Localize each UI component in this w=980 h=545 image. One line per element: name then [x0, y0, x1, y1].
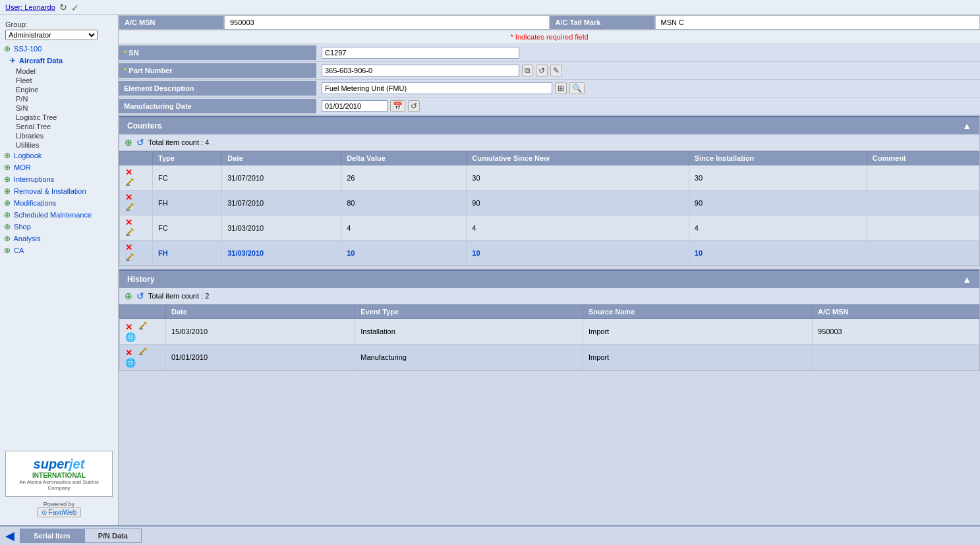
group-section: Group: Administrator	[0, 18, 118, 43]
counters-total: Total item count : 4	[148, 138, 209, 146]
nav-engine[interactable]: Engine	[0, 85, 118, 94]
nav-sn[interactable]: S/N	[0, 103, 118, 113]
part-number-input[interactable]	[322, 65, 519, 76]
user-link[interactable]: User: Leonardo	[5, 3, 55, 11]
modifications-label[interactable]: Modifications	[14, 199, 56, 207]
checkmark-icon: ✓	[71, 3, 79, 13]
counter-delta: 26	[341, 165, 467, 190]
counter-date: 31/07/2010	[222, 165, 341, 190]
col-since-install: Since Installation	[689, 152, 867, 165]
group-select[interactable]: Administrator	[5, 30, 98, 40]
counter-delta: 80	[341, 190, 467, 215]
nav-model[interactable]: Model	[0, 67, 118, 76]
svg-marker-10	[130, 253, 134, 256]
nav-libraries[interactable]: Libraries	[0, 131, 118, 140]
nav-logbook[interactable]: ⊕ Logbook	[0, 150, 118, 161]
sn-input[interactable]	[322, 47, 519, 59]
history-refresh-btn[interactable]: ↺	[136, 291, 144, 301]
manufacturing-date-input[interactable]	[322, 100, 388, 112]
back-button[interactable]: ◀	[5, 529, 14, 543]
counter-cumulative: 90	[467, 190, 689, 215]
delete-icon[interactable]: ✕	[125, 243, 132, 252]
interruptions-label[interactable]: Interruptions	[14, 175, 54, 183]
scheduled-label[interactable]: Scheduled Maintenance	[14, 211, 92, 219]
sn-row: * SN	[119, 44, 980, 62]
counters-collapse-btn[interactable]: ▲	[962, 121, 971, 131]
aircraft-data-label[interactable]: Aircraft Data	[19, 57, 63, 65]
removal-label[interactable]: Removal & Installation	[14, 187, 86, 195]
pn-edit-btn[interactable]: ✎	[550, 65, 562, 76]
delete-icon[interactable]: ✕	[125, 167, 132, 177]
logo-section: superjet INTERNATIONAL An Alenia Aeronau…	[0, 445, 118, 523]
date-calendar-btn[interactable]: 📅	[390, 100, 405, 112]
nav-aircraft-data[interactable]: ✈ Aircraft Data	[0, 55, 118, 67]
nav-mor[interactable]: ⊕ MOR	[0, 161, 118, 173]
history-edit-icon[interactable]	[138, 324, 150, 331]
h-col-source: Source Name	[583, 305, 812, 319]
counter-comment	[867, 165, 979, 190]
edit-icon[interactable]	[125, 205, 134, 213]
counter-type: FH	[153, 241, 222, 266]
ssj100-label[interactable]: SSJ-100	[14, 45, 42, 53]
bottom-tabs: ◀ Serial Item P/N Data	[0, 525, 980, 545]
analysis-label[interactable]: Analysis	[13, 235, 40, 243]
delete-icon[interactable]: ✕	[125, 192, 132, 202]
tab-pn-data[interactable]: P/N Data	[84, 529, 142, 543]
history-event-type: Installation	[355, 319, 583, 345]
counter-since-install: 90	[689, 190, 867, 215]
nav-ssj100[interactable]: ⊕ SSJ-100	[0, 43, 118, 55]
nav-removal-installation[interactable]: ⊕ Removal & Installation	[0, 185, 118, 197]
history-source-name: Import	[583, 319, 812, 345]
nav-analysis[interactable]: ⊕ Analysis	[0, 233, 118, 244]
nav-logistic-tree[interactable]: Logistic Tree	[0, 113, 118, 122]
refresh-icon[interactable]: ↻	[59, 2, 67, 13]
element-desc-input[interactable]	[322, 82, 552, 94]
pn-refresh-btn[interactable]: ↺	[536, 65, 548, 76]
history-total: Total item count : 2	[148, 292, 209, 300]
nav-serial-tree[interactable]: Serial Tree	[0, 122, 118, 131]
favoweb-link[interactable]: ⊙ FavoWeb	[5, 507, 113, 517]
history-earth-icon[interactable]: 🌐	[125, 332, 136, 342]
tab-serial-item[interactable]: Serial Item	[20, 529, 84, 543]
nav-ca[interactable]: ⊕ CA	[0, 244, 118, 256]
svg-rect-8	[126, 235, 130, 236]
modifications-green-icon: ⊕	[4, 198, 11, 208]
edit-icon[interactable]	[125, 180, 134, 188]
history-add-btn[interactable]: ⊕	[125, 291, 132, 301]
history-date: 15/03/2010	[166, 319, 355, 345]
nav-fleet[interactable]: Fleet	[0, 76, 118, 85]
col-type: Type	[153, 152, 222, 165]
svg-rect-11	[126, 260, 130, 261]
history-delete-icon[interactable]: ✕	[125, 322, 132, 332]
history-delete-icon[interactable]: ✕	[125, 348, 132, 358]
nav-interruptions[interactable]: ⊕ Interruptions	[0, 173, 118, 185]
edit-icon[interactable]	[125, 230, 134, 238]
counters-refresh-btn[interactable]: ↺	[136, 137, 144, 148]
manufacturing-date-control: 📅 ↺	[316, 98, 980, 115]
ca-label[interactable]: CA	[14, 246, 24, 254]
history-earth-icon[interactable]: 🌐	[125, 358, 136, 368]
counters-add-btn[interactable]: ⊕	[125, 137, 132, 148]
date-refresh-btn[interactable]: ↺	[408, 100, 420, 112]
svg-marker-7	[130, 228, 134, 231]
edit-icon[interactable]	[125, 255, 134, 263]
history-collapse-btn[interactable]: ▲	[962, 274, 971, 285]
desc-expand-btn[interactable]: ⊞	[555, 82, 567, 94]
history-edit-icon[interactable]	[138, 349, 150, 357]
removal-green-icon: ⊕	[4, 186, 11, 196]
aircraft-icon: ✈	[9, 56, 16, 65]
delete-icon[interactable]: ✕	[125, 217, 132, 227]
nav-scheduled-maintenance[interactable]: ⊕ Scheduled Maintenance	[0, 209, 118, 221]
nav-shop[interactable]: ⊕ Shop	[0, 221, 118, 233]
nav-utilities[interactable]: Utilities	[0, 140, 118, 150]
pn-copy-btn[interactable]: ⧉	[522, 65, 533, 76]
svg-rect-17	[139, 354, 143, 355]
nav-modifications[interactable]: ⊕ Modifications	[0, 197, 118, 209]
logbook-label[interactable]: Logbook	[14, 152, 42, 159]
counters-title: Counters	[127, 121, 162, 130]
shop-label[interactable]: Shop	[14, 223, 31, 231]
desc-search-btn[interactable]: 🔍	[569, 82, 585, 94]
counter-date: 31/03/2010	[222, 241, 341, 266]
nav-pn[interactable]: P/N	[0, 94, 118, 103]
mor-label[interactable]: MOR	[14, 163, 31, 171]
